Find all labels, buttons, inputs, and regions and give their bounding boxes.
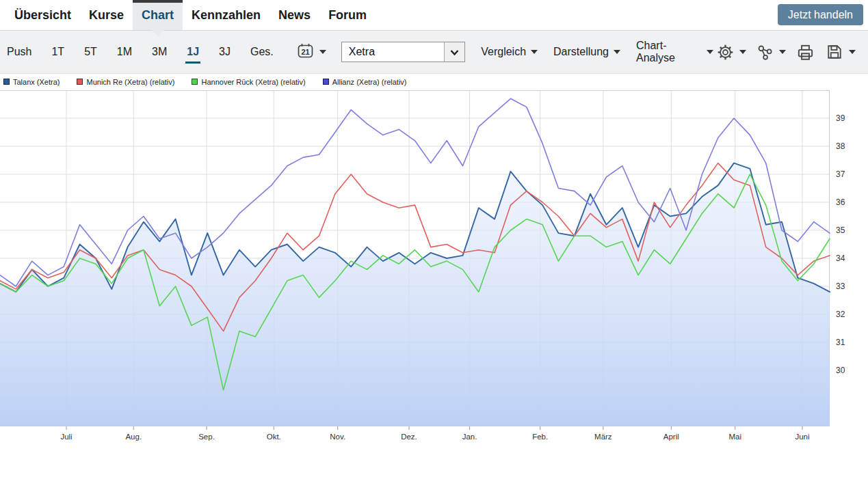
share-icon — [756, 43, 774, 62]
chart-legend: Talanx (Xetra) Munich Re (Xetra) (relati… — [0, 74, 868, 90]
svg-text:Jan.: Jan. — [462, 433, 477, 441]
toolbar-icon-cluster — [713, 41, 861, 64]
save-icon — [825, 42, 844, 62]
menu-vergleich[interactable]: Vergleich — [481, 46, 538, 58]
gear-icon — [716, 43, 735, 62]
exchange-select[interactable]: Xetra — [341, 42, 465, 62]
svg-text:Aug.: Aug. — [125, 433, 142, 441]
period-3m[interactable]: 3M — [152, 46, 167, 58]
svg-text:33: 33 — [836, 282, 845, 291]
svg-text:35: 35 — [836, 226, 845, 235]
legend-swatch — [192, 79, 198, 85]
share-button[interactable] — [753, 42, 789, 63]
calendar-icon: 21 — [296, 42, 315, 63]
svg-text:Mai: Mai — [728, 433, 741, 441]
select-chevron-button[interactable] — [444, 42, 464, 62]
date-range-picker[interactable]: 21 — [296, 42, 326, 63]
print-button[interactable] — [793, 41, 818, 64]
legend-label: Munich Re (Xetra) (relativ) — [86, 78, 174, 86]
dropdown-arrow-icon — [739, 50, 746, 57]
period-ges[interactable]: Ges. — [250, 46, 274, 58]
dropdown-arrow-icon — [849, 50, 856, 57]
period-1t[interactable]: 1T — [51, 46, 64, 58]
svg-text:39: 39 — [836, 113, 845, 123]
svg-text:31: 31 — [836, 338, 845, 347]
menu-darstellung-label: Darstellung — [553, 46, 609, 58]
svg-text:Dez.: Dez. — [401, 433, 417, 441]
svg-text:30: 30 — [836, 366, 845, 375]
nav-item-forum[interactable]: Forum — [319, 0, 376, 30]
svg-text:Nov.: Nov. — [330, 433, 345, 441]
menu-vergleich-label: Vergleich — [481, 46, 526, 58]
svg-text:Okt.: Okt. — [267, 433, 281, 441]
legend-swatch — [77, 79, 83, 85]
top-nav: Übersicht Kurse Chart Kennzahlen News Fo… — [0, 0, 868, 31]
exchange-select-value: Xetra — [342, 46, 444, 58]
svg-text:Feb.: Feb. — [532, 433, 548, 441]
menu-chart-analyse-label: Chart-Analyse — [636, 40, 702, 64]
legend-item-hannover-rueck[interactable]: Hannover Rück (Xetra) (relativ) — [192, 78, 305, 86]
period-push[interactable]: Push — [7, 46, 31, 58]
svg-text:Juni: Juni — [795, 433, 809, 441]
dropdown-arrow-icon — [319, 50, 326, 57]
legend-swatch — [3, 79, 10, 85]
svg-text:Sep.: Sep. — [198, 433, 215, 441]
period-5t[interactable]: 5T — [84, 46, 97, 58]
legend-label: Hannover Rück (Xetra) (relativ) — [201, 78, 305, 86]
period-1j[interactable]: 1J — [187, 46, 199, 58]
settings-button[interactable] — [713, 42, 749, 63]
legend-item-talanx[interactable]: Talanx (Xetra) — [3, 78, 60, 86]
menu-darstellung[interactable]: Darstellung — [553, 46, 620, 58]
chart-canvas[interactable]: JuliAug.Sep.Okt.Nov.Dez.Jan.Feb.MärzApri… — [0, 90, 868, 473]
legend-item-munich-re[interactable]: Munich Re (Xetra) (relativ) — [77, 78, 174, 86]
legend-swatch — [323, 79, 329, 85]
svg-text:April: April — [663, 433, 679, 441]
chevron-down-icon — [449, 47, 460, 57]
menu-chart-analyse[interactable]: Chart-Analyse — [636, 40, 713, 64]
legend-item-allianz[interactable]: Allianz (Xetra) (relativ) — [323, 78, 407, 86]
nav-item-kennzahlen[interactable]: Kennzahlen — [183, 0, 269, 30]
legend-label: Allianz (Xetra) (relativ) — [332, 78, 407, 86]
nav-item-chart[interactable]: Chart — [133, 0, 183, 30]
trade-now-button[interactable]: Jetzt handeln — [778, 4, 863, 25]
dropdown-arrow-icon — [779, 50, 786, 57]
nav-item-kurse[interactable]: Kurse — [80, 0, 133, 30]
svg-text:32: 32 — [836, 310, 845, 319]
dropdown-arrow-icon — [531, 50, 538, 57]
svg-text:März: März — [594, 433, 612, 441]
save-button[interactable] — [822, 41, 858, 63]
svg-text:37: 37 — [836, 169, 845, 179]
svg-text:21: 21 — [301, 48, 309, 56]
dropdown-arrow-icon — [707, 50, 713, 57]
legend-label: Talanx (Xetra) — [13, 78, 60, 86]
period-3j[interactable]: 3J — [219, 46, 231, 58]
svg-text:Juli: Juli — [60, 433, 72, 441]
svg-text:36: 36 — [836, 197, 845, 207]
dropdown-arrow-icon — [614, 50, 620, 57]
period-1m[interactable]: 1M — [117, 46, 132, 58]
printer-icon — [795, 42, 815, 62]
nav-item-news[interactable]: News — [269, 0, 319, 30]
svg-text:34: 34 — [836, 254, 845, 263]
chart-toolbar: Push 1T 5T 1M 3M 1J 3J Ges. 21 Xetra Ver… — [0, 31, 868, 74]
nav-item-uebersicht[interactable]: Übersicht — [5, 0, 80, 30]
svg-text:38: 38 — [836, 141, 845, 151]
